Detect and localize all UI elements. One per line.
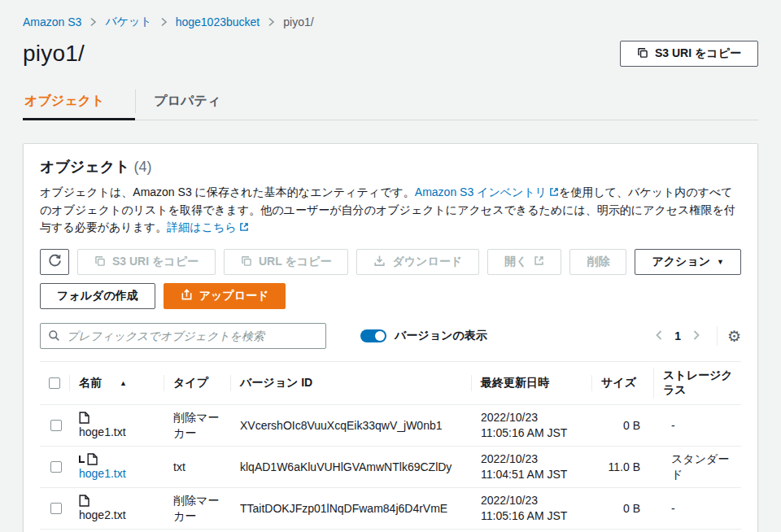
chevron-right-icon xyxy=(268,17,275,27)
header-last-modified: 最終更新日時 xyxy=(471,369,591,397)
last-modified-cell: 2022/10/23 11:04:51 AM JST xyxy=(471,447,591,487)
date: 2022/10/23 xyxy=(481,493,585,508)
page-title: piyo1/ xyxy=(23,41,85,67)
storage-class-cell: - xyxy=(653,413,743,438)
row-checkbox[interactable] xyxy=(50,461,62,473)
copy-s3-uri-label: S3 URI をコピー xyxy=(655,46,741,61)
size-cell: 0 B xyxy=(591,413,653,438)
copy-url-button[interactable]: URL をコピー xyxy=(224,249,348,275)
copy-icon xyxy=(241,255,252,269)
search-box xyxy=(40,323,326,349)
select-all-checkbox[interactable] xyxy=(49,377,60,389)
date: 2022/10/23 xyxy=(481,451,585,467)
time: 11:04:51 AM JST xyxy=(481,467,585,482)
name-cell: hoge1.txt xyxy=(69,406,164,445)
objects-panel: オブジェクト (4) オブジェクトは、Amazon S3 に保存された基本的なエ… xyxy=(23,143,758,532)
header-size: サイズ xyxy=(591,369,653,397)
sort-ascending-icon: ▲ xyxy=(120,379,127,387)
show-versions-toggle[interactable] xyxy=(360,329,386,342)
show-versions-toggle-group: バージョンの表示 xyxy=(360,329,487,343)
size-cell: 0 B xyxy=(591,496,653,521)
tab-objects[interactable]: オブジェクト xyxy=(23,88,135,120)
search-icon xyxy=(48,329,60,344)
page-number[interactable]: 1 xyxy=(668,329,687,342)
refresh-icon xyxy=(48,254,62,270)
table-row: hoge1.txt 削除マーカー XVcershOIc8VuuXcqEik33q… xyxy=(40,405,741,447)
type-cell: txt xyxy=(164,455,230,480)
header-version-id: バージョン ID xyxy=(230,369,471,397)
page-prev-button[interactable] xyxy=(650,326,668,347)
object-name: hoge1.txt xyxy=(79,425,126,440)
button-label: 開く xyxy=(504,255,527,269)
button-label: S3 URI をコピー xyxy=(112,255,199,269)
breadcrumb-amazon-s3[interactable]: Amazon S3 xyxy=(23,15,81,28)
name-cell: hoge1.txt xyxy=(69,447,164,486)
last-modified-cell: 2022/10/23 11:05:16 AM JST xyxy=(471,405,591,446)
objects-table: 名前▲ タイプ バージョン ID 最終更新日時 サイズ ストレージクラス hog… xyxy=(40,361,741,532)
select-all-cell xyxy=(40,377,69,389)
copy-icon xyxy=(94,255,106,269)
name-cell: hoge2.txt xyxy=(69,489,164,528)
external-link-icon xyxy=(534,255,544,268)
inventory-link[interactable]: Amazon S3 インベントリ xyxy=(415,185,547,198)
last-modified-cell: 2022/10/23 11:05:16 AM JST xyxy=(471,488,591,529)
caret-down-icon: ▼ xyxy=(717,258,724,266)
table-row: hoge1.txt txt klqAD1W6aKluVUHlGVAmwNTlk6… xyxy=(40,447,741,488)
object-count: (4) xyxy=(134,159,152,175)
button-label: アップロード xyxy=(199,289,269,303)
file-icon xyxy=(79,495,89,507)
panel-description: オブジェクトは、Amazon S3 に保存された基本的なエンティティです。Ama… xyxy=(40,184,741,237)
breadcrumb-bucket-name[interactable]: hoge1023bucket xyxy=(176,15,260,28)
breadcrumb-current: piyo1/ xyxy=(283,15,313,28)
time: 11:05:16 AM JST xyxy=(481,508,585,524)
refresh-button[interactable] xyxy=(40,249,69,275)
storage-class-cell: - xyxy=(653,496,743,521)
file-icon xyxy=(79,412,89,424)
tab-properties[interactable]: プロパティ xyxy=(136,88,238,120)
open-button[interactable]: 開く xyxy=(487,249,561,275)
copy-icon xyxy=(637,47,648,61)
button-label: URL をコピー xyxy=(259,255,331,269)
nested-version-icon xyxy=(79,456,85,463)
date: 2022/10/23 xyxy=(481,410,585,425)
tab-bar: オブジェクト プロパティ xyxy=(23,88,758,120)
breadcrumb-buckets[interactable]: バケット xyxy=(105,15,151,29)
time: 11:05:16 AM JST xyxy=(481,425,585,441)
version-id-cell: XVcershOIc8VuuXcqEik33qwV_jW0nb1 xyxy=(230,413,471,438)
panel-title: オブジェクト (4) xyxy=(40,157,741,177)
pagination: 1 ⚙ xyxy=(650,326,741,347)
object-name: hoge2.txt xyxy=(79,508,126,523)
copy-s3-uri-header-button[interactable]: S3 URI をコピー xyxy=(620,41,758,67)
copy-s3-uri-button[interactable]: S3 URI をコピー xyxy=(77,249,216,275)
row-checkbox[interactable] xyxy=(50,420,62,431)
file-icon xyxy=(87,453,98,465)
external-link-icon xyxy=(549,185,559,202)
download-icon xyxy=(373,255,386,269)
row-select-cell xyxy=(40,456,69,477)
button-label: アクション xyxy=(652,255,710,269)
size-cell: 11.0 B xyxy=(591,455,653,480)
s3-console-page: Amazon S3 バケット hoge1023bucket piyo1/ piy… xyxy=(0,0,781,532)
row-checkbox[interactable] xyxy=(50,503,62,514)
object-name-link[interactable]: hoge1.txt xyxy=(79,466,126,482)
type-cell: 削除マーカー xyxy=(164,405,230,446)
gear-icon[interactable]: ⚙ xyxy=(727,329,741,344)
header-label: 名前 xyxy=(79,376,102,390)
download-button[interactable]: ダウンロード xyxy=(356,249,479,275)
breadcrumb: Amazon S3 バケット hoge1023bucket piyo1/ xyxy=(23,15,758,29)
description-text: オブジェクトは、Amazon S3 に保存された基本的なエンティティです。 xyxy=(40,185,415,198)
table-row: hoge2.txt 削除マーカー TTaitDOKJFzp01lNqDFwam8… xyxy=(40,488,741,530)
version-id-cell: klqAD1W6aKluVUHlGVAmwNTlk69CZlDy xyxy=(230,455,471,480)
upload-button[interactable]: アップロード xyxy=(164,283,286,309)
actions-dropdown-button[interactable]: アクション ▼ xyxy=(635,249,741,275)
type-cell: 削除マーカー xyxy=(164,488,230,529)
delete-button[interactable]: 削除 xyxy=(569,249,626,275)
create-folder-button[interactable]: フォルダの作成 xyxy=(40,283,155,309)
table-header-row: 名前▲ タイプ バージョン ID 最終更新日時 サイズ ストレージクラス xyxy=(40,361,741,405)
header-name[interactable]: 名前▲ xyxy=(69,369,164,397)
learn-more-link[interactable]: 詳細はこちら xyxy=(167,220,236,233)
button-label: ダウンロード xyxy=(392,255,462,269)
prefix-search-input[interactable] xyxy=(40,323,326,349)
button-label: フォルダの作成 xyxy=(57,289,138,303)
page-next-button[interactable] xyxy=(687,326,705,347)
